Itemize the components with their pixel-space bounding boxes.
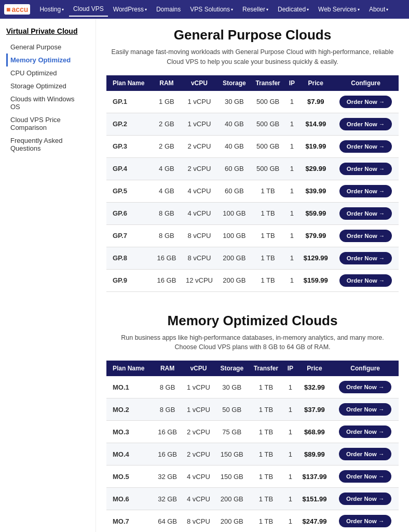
plan-name: MO.6 <box>106 488 153 510</box>
plan-price: $29.99 <box>298 157 333 180</box>
order-now-button[interactable]: Order Now → <box>339 448 391 460</box>
order-now-button[interactable]: Order Now → <box>339 425 391 438</box>
top-navigation: ■accu Hosting ▾ Cloud VPS WordPress ▾ Do… <box>0 0 409 19</box>
plan-storage: 75 GB <box>215 421 249 443</box>
plan-transfer: 500 GB <box>251 91 285 113</box>
order-now-button[interactable]: Order Now → <box>339 230 392 242</box>
plan-ip: 1 <box>285 247 298 269</box>
plan-name: GP.1 <box>106 91 153 113</box>
gp-col-storage: Storage <box>218 75 251 91</box>
plan-ram: 32 GB <box>153 488 182 510</box>
plan-configure: Order Now → <box>332 466 399 488</box>
plan-configure: Order Now → <box>333 135 399 157</box>
plan-name: MO.2 <box>106 398 153 421</box>
plan-price: $14.99 <box>298 113 333 135</box>
sidebar-item-faq[interactable]: Frequently Asked Questions <box>6 134 89 155</box>
main-content: General Purpose Clouds Easily manage fas… <box>96 19 409 532</box>
nav-web-services[interactable]: Web Services ▾ <box>314 2 364 17</box>
order-now-button[interactable]: Order Now → <box>339 381 391 393</box>
plan-transfer: 1 TB <box>251 269 285 291</box>
order-now-button[interactable]: Order Now → <box>339 96 392 108</box>
memory-optimized-table: Plan Name RAM vCPU Storage Transfer IP P… <box>106 361 399 532</box>
plan-storage: 40 GB <box>218 135 251 157</box>
plan-transfer: 1 TB <box>249 466 283 488</box>
order-now-button[interactable]: Order Now → <box>339 515 391 527</box>
plan-transfer: 500 GB <box>251 135 285 157</box>
plan-price: $79.99 <box>298 224 333 247</box>
plan-ip: 1 <box>285 202 298 224</box>
sidebar-item-storage-optimized[interactable]: Storage Optimized <box>6 79 89 92</box>
plan-configure: Order Now → <box>333 269 399 291</box>
plan-vcpu: 8 vCPU <box>182 510 215 533</box>
nav-items-list: Hosting ▾ Cloud VPS WordPress ▾ Domains … <box>35 2 392 17</box>
memory-optimized-section: Memory Optimized Clouds Run business app… <box>106 313 399 533</box>
order-now-button[interactable]: Order Now → <box>339 185 392 197</box>
table-row: GP.5 4 GB 4 vCPU 60 GB 1 TB 1 $39.99 Ord… <box>106 180 399 202</box>
plan-ip: 1 <box>283 443 297 466</box>
nav-dedicated[interactable]: Dedicated ▾ <box>274 2 313 17</box>
plan-ip: 1 <box>285 224 298 247</box>
sidebar-item-price-comparison[interactable]: Cloud VPS Price Comparison <box>6 113 89 134</box>
plan-configure: Order Now → <box>333 202 399 224</box>
plan-name: GP.4 <box>106 157 153 180</box>
plan-ram: 2 GB <box>153 135 181 157</box>
plan-configure: Order Now → <box>332 398 399 421</box>
plan-configure: Order Now → <box>332 443 399 466</box>
order-now-button[interactable]: Order Now → <box>339 493 391 505</box>
plan-ram: 2 GB <box>153 113 181 135</box>
plan-transfer: 1 TB <box>249 421 283 443</box>
plan-configure: Order Now → <box>333 113 399 135</box>
sidebar: Virtual Private Cloud General Purpose Me… <box>0 19 96 532</box>
mo-col-ip: IP <box>283 361 297 376</box>
plan-name: GP.8 <box>106 247 153 269</box>
sidebar-item-general-purpose[interactable]: General Purpose <box>6 41 89 54</box>
nav-wordpress[interactable]: WordPress ▾ <box>109 2 151 17</box>
order-now-button[interactable]: Order Now → <box>339 118 392 130</box>
mo-col-plan-name: Plan Name <box>106 361 153 376</box>
general-purpose-table: Plan Name RAM vCPU Storage Transfer IP P… <box>106 75 399 292</box>
plan-configure: Order Now → <box>333 247 399 269</box>
gp-col-transfer: Transfer <box>251 75 285 91</box>
plan-ip: 1 <box>283 421 297 443</box>
nav-vps-solutions[interactable]: VPS Solutions ▾ <box>186 2 237 17</box>
plan-configure: Order Now → <box>332 488 399 510</box>
order-now-button[interactable]: Order Now → <box>339 163 392 175</box>
plan-vcpu: 4 vCPU <box>182 466 215 488</box>
table-row: MO.7 64 GB 8 vCPU 200 GB 1 TB 1 $247.99 … <box>106 510 399 533</box>
plan-transfer: 1 TB <box>249 443 283 466</box>
table-row: MO.2 8 GB 1 vCPU 50 GB 1 TB 1 $37.99 Ord… <box>106 398 399 421</box>
order-now-button[interactable]: Order Now → <box>339 252 392 264</box>
gp-col-plan-name: Plan Name <box>106 75 153 91</box>
plan-ram: 4 GB <box>153 157 181 180</box>
plan-storage: 30 GB <box>215 376 249 398</box>
plan-configure: Order Now → <box>333 157 399 180</box>
sidebar-item-clouds-windows[interactable]: Clouds with Windows OS <box>6 92 89 113</box>
sidebar-item-memory-optimized[interactable]: Memory Optimized <box>6 54 89 66</box>
order-now-button[interactable]: Order Now → <box>339 274 392 287</box>
plan-ram: 8 GB <box>153 376 182 398</box>
plan-name: MO.4 <box>106 443 153 466</box>
sidebar-item-cpu-optimized[interactable]: CPU Optimized <box>6 66 89 79</box>
order-now-button[interactable]: Order Now → <box>339 403 391 416</box>
nav-hosting[interactable]: Hosting ▾ <box>35 2 68 17</box>
table-row: MO.4 16 GB 2 vCPU 150 GB 1 TB 1 $89.99 O… <box>106 443 399 466</box>
plan-vcpu: 1 vCPU <box>182 398 215 421</box>
gp-col-configure: Configure <box>333 75 399 91</box>
site-logo[interactable]: ■accu <box>4 4 30 15</box>
nav-about[interactable]: About ▾ <box>365 2 392 17</box>
mo-table-header-row: Plan Name RAM vCPU Storage Transfer IP P… <box>106 361 399 376</box>
plan-ram: 8 GB <box>153 224 181 247</box>
order-now-button[interactable]: Order Now → <box>339 207 392 220</box>
nav-reseller[interactable]: Reseller ▾ <box>238 2 272 17</box>
plan-ip: 1 <box>285 269 298 291</box>
plan-transfer: 1 TB <box>251 202 285 224</box>
plan-ip: 1 <box>285 180 298 202</box>
order-now-button[interactable]: Order Now → <box>339 470 391 483</box>
nav-cloud-vps[interactable]: Cloud VPS <box>69 2 108 17</box>
table-row: GP.9 16 GB 12 vCPU 200 GB 1 TB 1 $159.99… <box>106 269 399 291</box>
plan-vcpu: 2 vCPU <box>181 157 218 180</box>
plan-name: MO.7 <box>106 510 153 533</box>
plan-configure: Order Now → <box>332 510 399 533</box>
order-now-button[interactable]: Order Now → <box>339 140 392 153</box>
nav-domains[interactable]: Domains <box>152 2 185 17</box>
